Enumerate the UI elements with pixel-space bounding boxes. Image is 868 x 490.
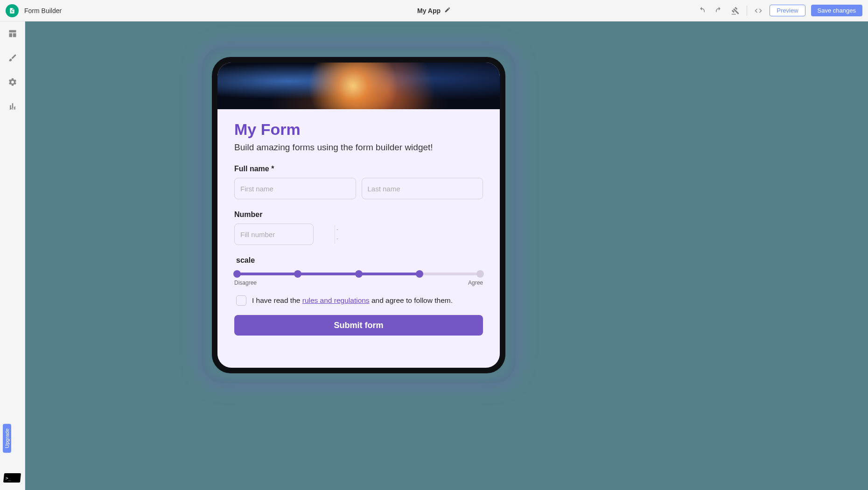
sidebar-item-brush[interactable] <box>6 51 19 64</box>
edit-icon[interactable] <box>444 7 451 14</box>
form-body: My Form Build amazing forms using the fo… <box>217 109 500 368</box>
brand-icon <box>6 4 19 17</box>
scale-min-label: Disagree <box>234 280 257 286</box>
scale-dot-5[interactable] <box>476 270 484 278</box>
upgrade-button[interactable]: Upgrade <box>3 424 11 453</box>
scale-label: scale <box>234 256 483 265</box>
save-changes-button[interactable]: Save changes <box>811 5 862 16</box>
sidebar-item-analytics[interactable] <box>6 100 19 113</box>
header-divider <box>747 6 747 16</box>
number-step-up[interactable] <box>335 225 340 234</box>
device-frame: My Form Build amazing forms using the fo… <box>212 57 505 373</box>
canvas[interactable]: My Form Build amazing forms using the fo… <box>25 21 868 490</box>
consent-link[interactable]: rules and regulations <box>302 296 370 304</box>
number-label: Number <box>234 210 483 219</box>
fullname-label: Full name * <box>234 165 483 173</box>
app-title-container[interactable]: My App <box>417 7 451 14</box>
consent-checkbox[interactable] <box>236 295 246 306</box>
form-title: My Form <box>234 120 483 139</box>
submit-button[interactable]: Submit form <box>234 315 483 336</box>
number-step-down[interactable] <box>335 234 340 244</box>
redo-icon[interactable] <box>713 5 724 16</box>
number-input[interactable] <box>235 231 335 238</box>
form-subtitle: Build amazing forms using the form build… <box>234 142 483 153</box>
header-actions: Preview Save changes <box>696 5 862 16</box>
scale-dot-3[interactable] <box>355 270 363 278</box>
scale-dot-2[interactable] <box>294 270 301 278</box>
form-hero-image <box>217 63 500 109</box>
app-header: Form Builder My App Preview Save changes <box>0 0 868 21</box>
sidebar: Upgrade <box>0 21 25 490</box>
scale-dot-4[interactable] <box>416 270 423 278</box>
last-name-input[interactable] <box>362 178 483 199</box>
sidebar-item-layout[interactable] <box>6 27 19 40</box>
code-icon[interactable] <box>753 5 764 16</box>
scale-max-label: Agree <box>468 280 483 286</box>
scale-slider[interactable] <box>237 271 480 277</box>
first-name-input[interactable] <box>234 178 356 199</box>
preview-button[interactable]: Preview <box>770 5 805 16</box>
terminal-icon[interactable] <box>3 473 21 483</box>
scale-dot-1[interactable] <box>233 270 241 278</box>
gavel-icon[interactable] <box>730 5 741 16</box>
undo-icon[interactable] <box>696 5 707 16</box>
brand-title: Form Builder <box>24 7 62 14</box>
consent-text: I have read the rules and regulations an… <box>252 296 453 305</box>
app-title: My App <box>417 7 441 14</box>
sidebar-item-settings[interactable] <box>6 76 19 89</box>
